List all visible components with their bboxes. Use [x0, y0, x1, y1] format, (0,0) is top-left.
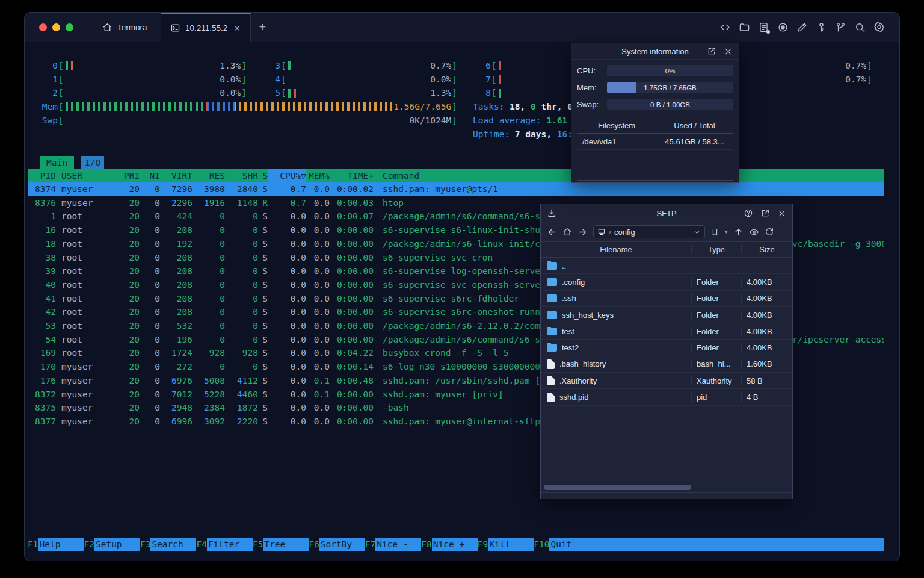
column-cpu[interactable]: CPU%▽: [268, 169, 306, 183]
git-branch-icon[interactable]: [835, 22, 846, 33]
fkey-action-sortby[interactable]: SortBy: [319, 538, 365, 551]
cpu-usage-bar: 0%: [607, 65, 733, 76]
process-table-header[interactable]: PIDUSERPRINIVIRTRESSHRSCPU%▽MEM%TIME+Com…: [28, 169, 884, 182]
scrollbar-thumb[interactable]: [544, 485, 691, 490]
swp-meter: Swp[0K/1024M]: [40, 114, 458, 128]
path-breadcrumb[interactable]: › config: [593, 225, 705, 238]
htop-tab-io[interactable]: I/O: [81, 156, 104, 169]
close-icon[interactable]: [777, 209, 786, 218]
file-row[interactable]: .bash_historybash_hi...1.60KB: [541, 356, 792, 373]
new-tab-button[interactable]: +: [251, 13, 275, 42]
fkey-F3: F3: [140, 538, 150, 551]
htop-tab-main[interactable]: Main: [40, 156, 74, 169]
show-hidden-eye-icon[interactable]: [749, 227, 759, 237]
fkey-F6: F6: [309, 538, 319, 551]
column-virt[interactable]: VIRT: [160, 169, 192, 183]
file-row[interactable]: .configFolder4.00KB: [541, 274, 792, 290]
zoom-window-button[interactable]: [66, 23, 73, 31]
sftp-panel: SFTP › config: [540, 204, 793, 499]
back-icon[interactable]: [547, 227, 557, 237]
column-pid[interactable]: PID: [28, 169, 56, 183]
close-icon[interactable]: [724, 47, 733, 56]
gear-icon[interactable]: [873, 22, 885, 33]
cpu-meter-4: 4[0.0%]: [262, 73, 458, 87]
column-shr[interactable]: SHR: [225, 169, 258, 183]
folder-icon: [547, 311, 557, 319]
column-filename[interactable]: Filename: [541, 245, 691, 254]
used-total-column: Used / Total: [656, 117, 733, 133]
titlebar-toolbar: [719, 13, 899, 42]
swap-usage-text: 0 B / 1.00GB: [607, 99, 733, 110]
refresh-icon[interactable]: [765, 227, 774, 237]
swap-usage-bar: 0 B / 1.00GB: [607, 99, 733, 110]
process-row[interactable]: 8374myuser200729639802840S0.70.00:00.02s…: [28, 182, 884, 196]
folder-icon: [547, 278, 557, 286]
fkey-action-help[interactable]: Help: [38, 538, 84, 551]
search-icon[interactable]: [854, 22, 866, 33]
open-in-window-icon[interactable]: [760, 208, 770, 218]
file-row[interactable]: .XauthorityXauthority58 B: [541, 373, 792, 389]
file-row[interactable]: ..: [541, 258, 792, 274]
home-icon[interactable]: [562, 227, 572, 237]
close-tab-icon[interactable]: ✕: [233, 23, 241, 33]
file-icon: [547, 376, 555, 385]
mem-usage-bar: 1.75GB / 7.65GB: [607, 82, 733, 93]
file-row[interactable]: ssh_host_keysFolder4.00KB: [541, 307, 792, 323]
filesystem-table-header: Filesystem Used / Total: [578, 117, 733, 134]
pencil-icon[interactable]: [796, 22, 808, 33]
column-ni[interactable]: NI: [140, 169, 160, 183]
cpu-usage-text: 0%: [607, 65, 733, 76]
column-size[interactable]: Size: [741, 245, 792, 254]
chevron-down-icon[interactable]: [693, 228, 701, 236]
column-user[interactable]: USER: [56, 169, 122, 183]
forward-icon[interactable]: [578, 227, 588, 237]
cpu-meter-0: 0[1.3%]: [40, 59, 247, 73]
log-document-icon[interactable]: [758, 22, 769, 33]
fkey-F5: F5: [253, 538, 263, 551]
breadcrumb-separator: ›: [609, 228, 611, 236]
horizontal-scrollbar[interactable]: [541, 482, 792, 492]
fkey-action-quit[interactable]: Quit: [549, 538, 884, 551]
bookmark-icon[interactable]: [710, 228, 719, 237]
close-window-button[interactable]: [39, 23, 47, 31]
up-directory-icon[interactable]: [733, 227, 744, 237]
file-row[interactable]: .sshFolder4.00KB: [541, 291, 792, 307]
column-s[interactable]: S: [258, 169, 268, 183]
fkey-action-setup[interactable]: Setup: [94, 538, 140, 551]
sftp-footer: [541, 492, 792, 499]
notification-dot: [766, 30, 770, 34]
help-icon[interactable]: [744, 208, 753, 218]
fkey-action-kill[interactable]: Kill: [488, 538, 534, 551]
fkey-F8: F8: [421, 538, 431, 551]
column-pri[interactable]: PRI: [122, 169, 140, 183]
computer-icon: [597, 228, 606, 236]
tab-session[interactable]: 10.211.55.2 ✕: [161, 13, 251, 42]
file-row[interactable]: sshd.pidpid4 B: [541, 389, 792, 405]
column-type[interactable]: Type: [691, 245, 741, 254]
key-icon[interactable]: [816, 22, 827, 33]
system-info-popup: System information CPU: 0% Mem: 1.75GB /…: [571, 43, 739, 183]
column-res[interactable]: RES: [192, 169, 225, 183]
fkey-action-tree[interactable]: Tree: [263, 538, 309, 551]
cpu-meter-2: 2[0.0%]: [40, 86, 247, 100]
fkey-action-nice-[interactable]: Nice +: [432, 538, 478, 551]
bookmark-dropdown-caret[interactable]: ▾: [725, 229, 728, 235]
folder-icon: [547, 344, 557, 352]
folder-icon[interactable]: [739, 22, 750, 33]
column-mem[interactable]: MEM%: [306, 169, 330, 183]
column-time[interactable]: TIME+: [330, 169, 374, 183]
fkey-action-filter[interactable]: Filter: [207, 538, 253, 551]
home-icon: [102, 22, 112, 33]
open-in-window-icon[interactable]: [707, 46, 716, 56]
record-icon[interactable]: [777, 22, 789, 33]
code-icon[interactable]: [719, 22, 731, 33]
fkey-action-search[interactable]: Search: [150, 538, 196, 551]
file-row[interactable]: testFolder4.00KB: [541, 323, 792, 340]
current-directory: config: [614, 228, 635, 237]
filesystem-row[interactable]: /dev/vda1 45.61GB / 58.3...: [578, 134, 733, 150]
minimize-window-button[interactable]: [52, 23, 60, 31]
fkey-action-nice-[interactable]: Nice -: [375, 538, 421, 551]
tab-home[interactable]: Termora: [93, 13, 157, 42]
file-table-header[interactable]: Filename Type Size: [541, 241, 792, 258]
file-row[interactable]: test2Folder4.00KB: [541, 340, 792, 356]
